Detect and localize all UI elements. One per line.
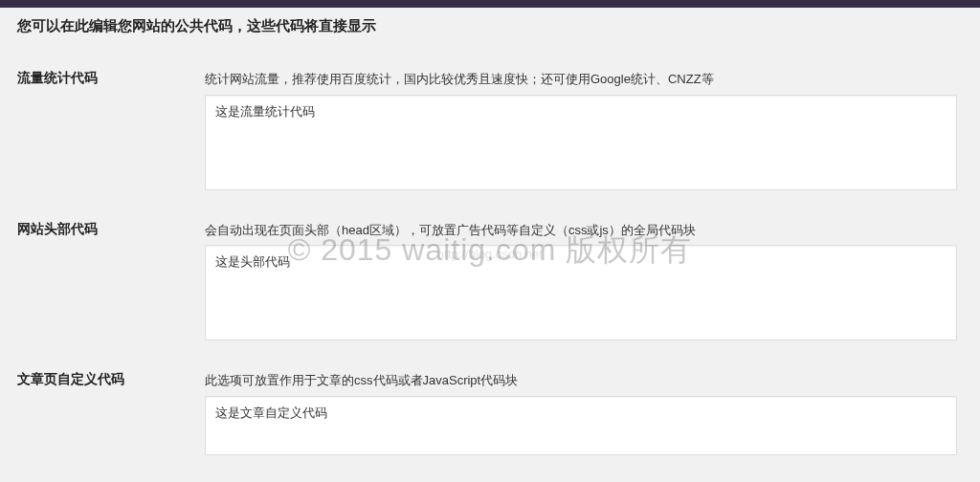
field-head: 会自动出现在页面头部（head区域），可放置广告代码等自定义（css或js）的全… bbox=[205, 221, 963, 345]
form-row-article: 文章页自定义代码 此选项可放置作用于文章的css代码或者JavaScript代码… bbox=[0, 344, 980, 459]
page-title: 您可以在此编辑您网站的公共代码，这些代码将直接显示 bbox=[0, 8, 980, 43]
label-head: 网站头部代码 bbox=[17, 221, 205, 345]
textarea-head[interactable] bbox=[205, 245, 957, 340]
textarea-traffic[interactable] bbox=[205, 95, 957, 190]
label-article: 文章页自定义代码 bbox=[17, 371, 205, 459]
label-traffic: 流量统计代码 bbox=[17, 70, 205, 194]
textarea-article[interactable] bbox=[205, 396, 957, 455]
field-article: 此选项可放置作用于文章的css代码或者JavaScript代码块 bbox=[205, 371, 963, 459]
form-row-head: 网站头部代码 会自动出现在页面头部（head区域），可放置广告代码等自定义（cs… bbox=[0, 194, 980, 345]
field-traffic: 统计网站流量，推荐使用百度统计，国内比较优秀且速度快；还可使用Google统计、… bbox=[205, 70, 963, 194]
description-traffic: 统计网站流量，推荐使用百度统计，国内比较优秀且速度快；还可使用Google统计、… bbox=[205, 70, 957, 89]
description-article: 此选项可放置作用于文章的css代码或者JavaScript代码块 bbox=[205, 371, 957, 390]
description-head: 会自动出现在页面头部（head区域），可放置广告代码等自定义（css或js）的全… bbox=[205, 221, 957, 240]
top-bar bbox=[0, 0, 980, 8]
form-row-traffic: 流量统计代码 统计网站流量，推荐使用百度统计，国内比较优秀且速度快；还可使用Go… bbox=[0, 43, 980, 194]
